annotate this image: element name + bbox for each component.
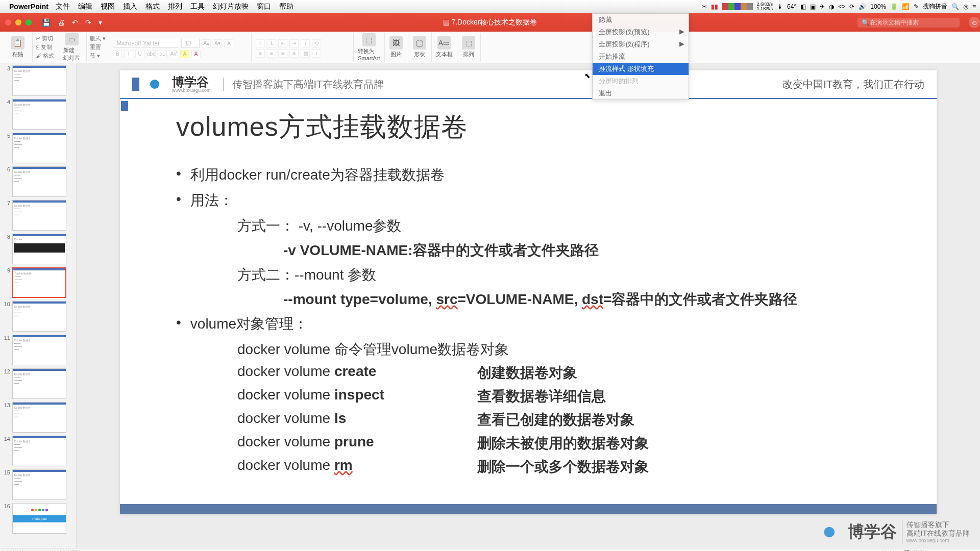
copy-button[interactable]: ⎘ 复制 [36, 43, 54, 51]
clear-format-button[interactable]: A̷ [224, 39, 233, 47]
tray-icon-2[interactable]: ▣ [810, 3, 816, 10]
slide-thumbnail-panel[interactable]: 3Docker 数据卷━━━━━━━━━━━━4Docker 数据卷━━━━━━… [0, 63, 77, 548]
tray-icon-6[interactable]: ⟳ [849, 3, 854, 10]
slide-thumbnail[interactable]: Docker 数据卷━━━━━━━━━━━━ [12, 469, 66, 500]
slide-thumbnail[interactable]: Docker 数据卷━━━━━━━━━━━━ [12, 99, 66, 130]
underline-button[interactable]: U [135, 50, 144, 58]
v-align-button[interactable]: ⫶ [312, 49, 321, 58]
dropdown-item[interactable]: 全屏投影仪(程序)▶ [593, 38, 689, 51]
close-button[interactable] [5, 19, 11, 26]
thumb-row[interactable]: 13Docker 数据卷━━━━━━━━━━━━ [0, 402, 76, 433]
menu-slideshow[interactable]: 幻灯片放映 [213, 2, 249, 11]
tray-icon-1[interactable]: ◧ [800, 3, 806, 10]
slide-thumbnail[interactable]: Docker 数据卷━━━━━━━━━━━━ [12, 335, 66, 365]
font-size-select[interactable]: 13 [181, 39, 200, 48]
slide-thumbnail[interactable]: Docker 数据卷━━━━━━━━━━━━ [12, 301, 66, 332]
tray-icon-3[interactable]: ✈ [820, 3, 825, 10]
zoom-button[interactable] [26, 19, 32, 26]
font-family-select[interactable]: Microsoft YaHei [113, 39, 179, 48]
menu-arrange[interactable]: 排列 [168, 2, 182, 11]
thumb-row[interactable]: 15Docker 数据卷━━━━━━━━━━━━ [0, 469, 76, 500]
italic-button[interactable]: I [124, 50, 133, 58]
thumb-row[interactable]: 16Thank you! [0, 503, 76, 534]
align-left-button[interactable]: ≡ [256, 49, 265, 58]
menu-window[interactable]: 窗口 [257, 2, 271, 11]
menu-insert[interactable]: 插入 [123, 2, 137, 11]
align-right-button[interactable]: ≡ [278, 49, 287, 58]
indent-inc-button[interactable]: ⇥ [289, 39, 299, 47]
slide-thumbnail[interactable]: Docker 数据卷━━━━━━━━━━━━ [12, 200, 66, 231]
paste-group[interactable]: 📋 粘贴 [3, 33, 33, 62]
siri-icon[interactable]: ◎ [963, 3, 968, 10]
thumb-row[interactable]: 14Docker 数据卷━━━━━━━━━━━━ [0, 436, 76, 466]
slide-thumbnail[interactable]: Docker 数据卷━━━━━━━━━━━━ [12, 402, 66, 433]
arrange-group[interactable]: ⬚ 排列 [457, 33, 481, 62]
section-button[interactable]: 节 ▾ [90, 52, 106, 60]
format-painter-button[interactable]: 🖌 格式 [36, 52, 54, 60]
increase-font-button[interactable]: A▴ [202, 39, 211, 47]
qat-more-icon[interactable]: ▾ [99, 18, 102, 27]
app-name[interactable]: PowerPoint [9, 3, 48, 11]
menu-format[interactable]: 格式 [145, 2, 160, 11]
picture-group[interactable]: 🖼 图片 [385, 33, 408, 62]
thumb-row[interactable]: 7Docker 数据卷━━━━━━━━━━━━ [0, 200, 76, 231]
reset-button[interactable]: 重置 [90, 43, 106, 51]
slide-thumbnail[interactable]: Docker [12, 234, 66, 264]
thumb-row[interactable]: 6Docker 数据卷━━━━━━━━━━━━ [0, 166, 76, 197]
indent-dec-button[interactable]: ⇤ [278, 39, 287, 47]
dropdown-item[interactable]: 退出 [593, 87, 689, 99]
numbering-button[interactable]: ⒈ [267, 39, 276, 47]
dropdown-item[interactable]: 开始推流 [593, 51, 689, 63]
thumb-row[interactable]: 8Docker [0, 234, 76, 264]
bullets-button[interactable]: ≡ [256, 39, 265, 47]
line-spacing-button[interactable]: ↕ [301, 39, 310, 47]
tray-icon-5[interactable]: <> [838, 3, 845, 10]
text-dir-button[interactable]: ⟲ [312, 39, 321, 47]
sub-button[interactable]: x₂ [158, 50, 167, 58]
tray-icon-4[interactable]: ◑ [829, 3, 834, 10]
slide-thumbnail[interactable]: Docker 数据卷━━━━━━━━━━━━ [12, 65, 66, 96]
thumb-row[interactable]: 5Docker 数据卷━━━━━━━━━━━━ [0, 133, 76, 163]
menu-file[interactable]: 文件 [56, 2, 70, 11]
shape-group[interactable]: ◯ 形状 [408, 33, 432, 62]
thumb-row[interactable]: 9Docker 数据卷━━━━━━━━━━━━ [0, 267, 76, 298]
align-center-button[interactable]: ≡ [267, 49, 276, 58]
thumb-row[interactable]: 12Docker 数据卷━━━━━━━━━━━━ [0, 368, 76, 399]
slide-thumbnail[interactable]: Thank you! [12, 503, 66, 534]
scissors-icon[interactable]: ✂ [702, 3, 707, 10]
spotlight-icon[interactable]: 🔍 [951, 3, 959, 10]
decrease-font-button[interactable]: A▾ [213, 39, 222, 47]
print-icon[interactable]: 🖨 [58, 18, 65, 27]
new-slide-group[interactable]: ▭ 新建 幻灯片 [57, 33, 87, 62]
dropdown-item[interactable]: 隐藏 [593, 14, 689, 26]
thumb-row[interactable]: 3Docker 数据卷━━━━━━━━━━━━ [0, 65, 76, 96]
highlight-button[interactable]: A [180, 50, 189, 58]
slide-thumbnail[interactable]: Docker 数据卷━━━━━━━━━━━━ [12, 166, 66, 197]
slide-thumbnail[interactable]: Docker 数据卷━━━━━━━━━━━━ [12, 436, 66, 466]
slide-thumbnail[interactable]: Docker 数据卷━━━━━━━━━━━━ [12, 133, 66, 163]
dropdown-item[interactable]: 全屏投影仪(预览)▶ [593, 26, 689, 38]
ime-label[interactable]: 搜狗拼音 [923, 2, 947, 11]
menu-help[interactable]: 帮助 [279, 2, 293, 11]
thumb-row[interactable]: 10Docker 数据卷━━━━━━━━━━━━ [0, 301, 76, 332]
feedback-button[interactable]: ☺ [969, 17, 980, 28]
slide-thumbnail[interactable]: Docker 数据卷━━━━━━━━━━━━ [12, 368, 66, 399]
dropdown-item[interactable]: 推流样式 形状填充 [593, 63, 689, 75]
wifi-icon[interactable]: 📶 [902, 3, 910, 10]
redo-icon[interactable]: ↷ [85, 18, 91, 27]
smartart-group[interactable]: ⬚ 转换为 SmartArt [354, 33, 384, 62]
bold-button[interactable]: B [113, 50, 122, 58]
pause-icon[interactable]: ▮▮ [711, 3, 718, 10]
undo-icon[interactable]: ↶ [72, 18, 78, 27]
slide-canvas[interactable]: 博学谷 www.boxuegu.com 传智播客旗下高端IT在线教育品牌 改变中… [77, 63, 980, 548]
menu-view[interactable]: 视图 [101, 2, 115, 11]
menu-edit[interactable]: 编辑 [78, 2, 92, 11]
strike-button[interactable]: abc [146, 50, 156, 58]
thumb-row[interactable]: 4Docker 数据卷━━━━━━━━━━━━ [0, 99, 76, 130]
minimize-button[interactable] [15, 19, 21, 26]
notification-icon[interactable]: ≡ [972, 3, 976, 10]
layout-button[interactable]: 版式 ▾ [90, 35, 106, 42]
slide-thumbnail[interactable]: Docker 数据卷━━━━━━━━━━━━ [12, 267, 66, 298]
search-box[interactable]: 🔍 [857, 18, 960, 28]
columns-button[interactable]: ▥ [301, 49, 310, 58]
